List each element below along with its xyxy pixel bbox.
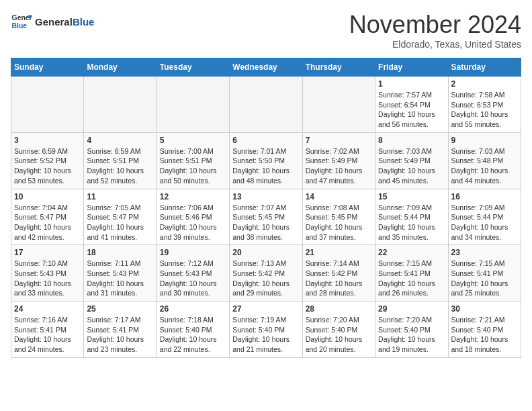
calendar-cell: 2Sunrise: 7:58 AM Sunset: 6:53 PM Daylig… (448, 77, 521, 133)
calendar-cell: 4Sunrise: 6:59 AM Sunset: 5:51 PM Daylig… (84, 132, 157, 189)
calendar-cell: 8Sunrise: 7:03 AM Sunset: 5:49 PM Daylig… (375, 132, 448, 189)
calendar-cell: 21Sunrise: 7:14 AM Sunset: 5:42 PM Dayli… (302, 245, 375, 302)
day-info: Sunrise: 7:15 AM Sunset: 5:41 PM Dayligh… (378, 259, 445, 298)
day-info: Sunrise: 7:12 AM Sunset: 5:43 PM Dayligh… (160, 259, 226, 298)
calendar-cell: 5Sunrise: 7:00 AM Sunset: 5:51 PM Daylig… (157, 132, 229, 189)
calendar-cell: 11Sunrise: 7:05 AM Sunset: 5:47 PM Dayli… (84, 189, 157, 245)
weekday-header: Tuesday (157, 58, 229, 77)
calendar-cell: 19Sunrise: 7:12 AM Sunset: 5:43 PM Dayli… (157, 245, 229, 302)
day-number: 24 (14, 304, 81, 314)
calendar-cell: 7Sunrise: 7:02 AM Sunset: 5:49 PM Daylig… (302, 132, 375, 189)
calendar-table: SundayMondayTuesdayWednesdayThursdayFrid… (11, 58, 521, 358)
day-info: Sunrise: 7:57 AM Sunset: 6:54 PM Dayligh… (378, 90, 445, 130)
calendar-header-row: SundayMondayTuesdayWednesdayThursdayFrid… (11, 58, 521, 77)
day-info: Sunrise: 7:08 AM Sunset: 5:45 PM Dayligh… (306, 203, 372, 242)
calendar-cell (157, 77, 229, 133)
day-info: Sunrise: 7:18 AM Sunset: 5:40 PM Dayligh… (160, 315, 226, 355)
calendar-cell: 25Sunrise: 7:17 AM Sunset: 5:41 PM Dayli… (84, 302, 157, 358)
day-number: 27 (232, 304, 299, 314)
day-info: Sunrise: 7:03 AM Sunset: 5:49 PM Dayligh… (378, 146, 445, 186)
day-info: Sunrise: 7:01 AM Sunset: 5:50 PM Dayligh… (232, 146, 299, 186)
day-info: Sunrise: 7:09 AM Sunset: 5:44 PM Dayligh… (451, 203, 518, 242)
logo-icon: General Blue (11, 11, 32, 32)
weekday-header: Sunday (11, 58, 84, 77)
calendar-cell: 15Sunrise: 7:09 AM Sunset: 5:44 PM Dayli… (375, 189, 448, 245)
day-info: Sunrise: 7:20 AM Sunset: 5:40 PM Dayligh… (378, 315, 445, 355)
day-number: 19 (160, 248, 226, 257)
calendar-cell: 24Sunrise: 7:16 AM Sunset: 5:41 PM Dayli… (11, 302, 84, 358)
weekday-header: Wednesday (230, 58, 302, 77)
day-info: Sunrise: 7:09 AM Sunset: 5:44 PM Dayligh… (378, 203, 445, 242)
day-number: 9 (451, 136, 518, 145)
day-info: Sunrise: 7:16 AM Sunset: 5:41 PM Dayligh… (14, 315, 81, 355)
day-number: 14 (306, 192, 372, 201)
svg-text:Blue: Blue (12, 22, 28, 30)
month-title: November 2024 (349, 11, 521, 39)
calendar-cell: 27Sunrise: 7:19 AM Sunset: 5:40 PM Dayli… (230, 302, 302, 358)
calendar-cell: 30Sunrise: 7:21 AM Sunset: 5:40 PM Dayli… (448, 302, 521, 358)
location-subtitle: Eldorado, Texas, United States (349, 39, 521, 50)
calendar-cell: 20Sunrise: 7:13 AM Sunset: 5:42 PM Dayli… (230, 245, 302, 302)
day-number: 7 (306, 136, 372, 145)
weekday-header: Saturday (448, 58, 521, 77)
calendar-cell: 16Sunrise: 7:09 AM Sunset: 5:44 PM Dayli… (448, 189, 521, 245)
calendar-cell: 23Sunrise: 7:15 AM Sunset: 5:41 PM Dayli… (448, 245, 521, 302)
calendar-week-row: 1Sunrise: 7:57 AM Sunset: 6:54 PM Daylig… (11, 77, 521, 133)
page-header: General Blue GeneralBlue November 2024 E… (11, 11, 521, 50)
calendar-cell: 26Sunrise: 7:18 AM Sunset: 5:40 PM Dayli… (157, 302, 229, 358)
day-info: Sunrise: 7:06 AM Sunset: 5:46 PM Dayligh… (160, 203, 226, 242)
day-number: 13 (232, 192, 299, 201)
day-number: 3 (14, 136, 81, 145)
day-info: Sunrise: 7:17 AM Sunset: 5:41 PM Dayligh… (87, 315, 153, 355)
day-number: 8 (378, 136, 445, 145)
day-info: Sunrise: 7:10 AM Sunset: 5:43 PM Dayligh… (14, 259, 81, 298)
day-number: 22 (378, 248, 445, 257)
day-number: 4 (87, 136, 153, 145)
calendar-cell: 29Sunrise: 7:20 AM Sunset: 5:40 PM Dayli… (375, 302, 448, 358)
day-info: Sunrise: 7:05 AM Sunset: 5:47 PM Dayligh… (87, 203, 153, 242)
calendar-week-row: 24Sunrise: 7:16 AM Sunset: 5:41 PM Dayli… (11, 302, 521, 358)
day-info: Sunrise: 7:15 AM Sunset: 5:41 PM Dayligh… (451, 259, 518, 298)
day-number: 15 (378, 192, 445, 201)
day-info: Sunrise: 7:00 AM Sunset: 5:51 PM Dayligh… (160, 146, 226, 186)
day-number: 30 (451, 304, 518, 314)
logo: General Blue GeneralBlue (11, 11, 94, 32)
weekday-header: Monday (84, 58, 157, 77)
day-info: Sunrise: 7:19 AM Sunset: 5:40 PM Dayligh… (232, 315, 299, 355)
calendar-cell: 1Sunrise: 7:57 AM Sunset: 6:54 PM Daylig… (375, 77, 448, 133)
calendar-cell: 9Sunrise: 7:03 AM Sunset: 5:48 PM Daylig… (448, 132, 521, 189)
calendar-cell: 28Sunrise: 7:20 AM Sunset: 5:40 PM Dayli… (302, 302, 375, 358)
day-number: 5 (160, 136, 226, 145)
calendar-cell (11, 77, 84, 133)
weekday-header: Friday (375, 58, 448, 77)
day-info: Sunrise: 6:59 AM Sunset: 5:52 PM Dayligh… (14, 146, 81, 186)
calendar-cell: 22Sunrise: 7:15 AM Sunset: 5:41 PM Dayli… (375, 245, 448, 302)
day-number: 1 (378, 79, 445, 89)
calendar-week-row: 3Sunrise: 6:59 AM Sunset: 5:52 PM Daylig… (11, 132, 521, 189)
calendar-week-row: 10Sunrise: 7:04 AM Sunset: 5:47 PM Dayli… (11, 189, 521, 245)
day-number: 16 (451, 192, 518, 201)
day-info: Sunrise: 7:03 AM Sunset: 5:48 PM Dayligh… (451, 146, 518, 186)
calendar-cell: 17Sunrise: 7:10 AM Sunset: 5:43 PM Dayli… (11, 245, 84, 302)
day-number: 6 (232, 136, 299, 145)
calendar-cell: 3Sunrise: 6:59 AM Sunset: 5:52 PM Daylig… (11, 132, 84, 189)
day-number: 12 (160, 192, 226, 201)
day-number: 26 (160, 304, 226, 314)
day-number: 21 (306, 248, 372, 257)
day-number: 10 (14, 192, 81, 201)
calendar-cell: 12Sunrise: 7:06 AM Sunset: 5:46 PM Dayli… (157, 189, 229, 245)
day-number: 2 (451, 79, 518, 89)
calendar-cell (230, 77, 302, 133)
day-number: 29 (378, 304, 445, 314)
day-number: 18 (87, 248, 153, 257)
day-number: 25 (87, 304, 153, 314)
day-number: 20 (232, 248, 299, 257)
calendar-cell: 13Sunrise: 7:07 AM Sunset: 5:45 PM Dayli… (230, 189, 302, 245)
day-info: Sunrise: 7:04 AM Sunset: 5:47 PM Dayligh… (14, 203, 81, 242)
day-number: 17 (14, 248, 81, 257)
calendar-cell: 6Sunrise: 7:01 AM Sunset: 5:50 PM Daylig… (230, 132, 302, 189)
day-number: 28 (306, 304, 372, 314)
day-info: Sunrise: 7:21 AM Sunset: 5:40 PM Dayligh… (451, 315, 518, 355)
logo-text: GeneralBlue (35, 16, 94, 28)
day-info: Sunrise: 7:14 AM Sunset: 5:42 PM Dayligh… (306, 259, 372, 298)
